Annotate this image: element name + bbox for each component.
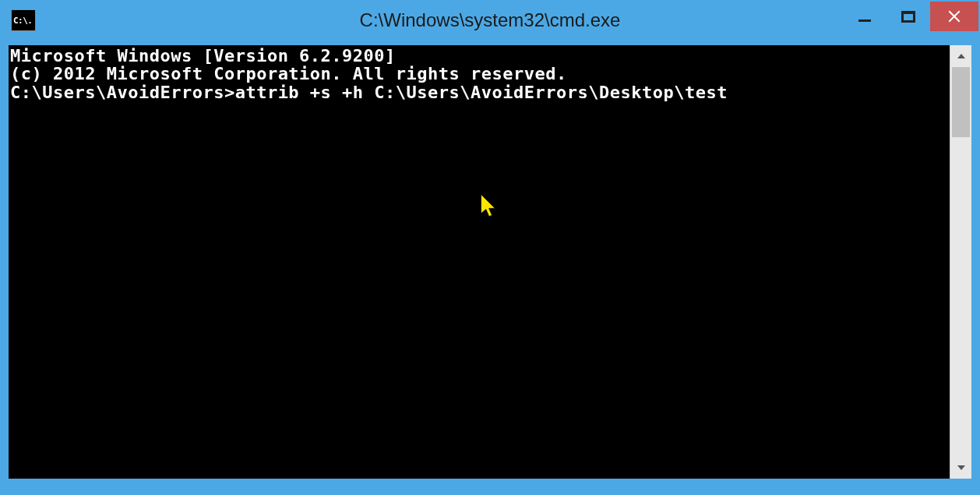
prompt-line: C:\Users\AvoidErrors>attrib +s +h C:\Use… — [10, 83, 948, 101]
minimize-button[interactable] — [843, 2, 887, 31]
scroll-up-button[interactable] — [950, 45, 971, 67]
chevron-up-icon — [957, 53, 966, 59]
vertical-scrollbar[interactable] — [950, 45, 971, 479]
scroll-down-button[interactable] — [950, 457, 971, 479]
terminal-output[interactable]: Microsoft Windows [Version 6.2.9200](c) … — [9, 45, 950, 479]
maximize-button[interactable] — [887, 2, 930, 31]
close-button[interactable] — [930, 2, 978, 31]
scroll-track[interactable] — [950, 67, 971, 457]
maximize-icon — [901, 11, 915, 23]
cmd-window: C:\. C:\Windows\system32\cmd.exe Microso… — [0, 0, 980, 487]
titlebar[interactable]: C:\. C:\Windows\system32\cmd.exe — [2, 2, 978, 39]
chevron-down-icon — [957, 465, 966, 471]
minimize-icon — [858, 19, 871, 22]
svg-marker-2 — [957, 54, 965, 58]
window-title: C:\Windows\system32\cmd.exe — [360, 9, 621, 31]
scroll-thumb[interactable] — [952, 67, 970, 137]
window-controls — [843, 2, 978, 31]
app-icon-label: C:\. — [13, 16, 33, 26]
close-icon — [947, 9, 961, 23]
svg-marker-3 — [957, 465, 965, 470]
copyright-line: (c) 2012 Microsoft Corporation. All righ… — [10, 65, 948, 83]
app-icon[interactable]: C:\. — [11, 9, 36, 31]
version-line: Microsoft Windows [Version 6.2.9200] — [10, 47, 948, 65]
content-wrapper: Microsoft Windows [Version 6.2.9200](c) … — [2, 39, 978, 486]
